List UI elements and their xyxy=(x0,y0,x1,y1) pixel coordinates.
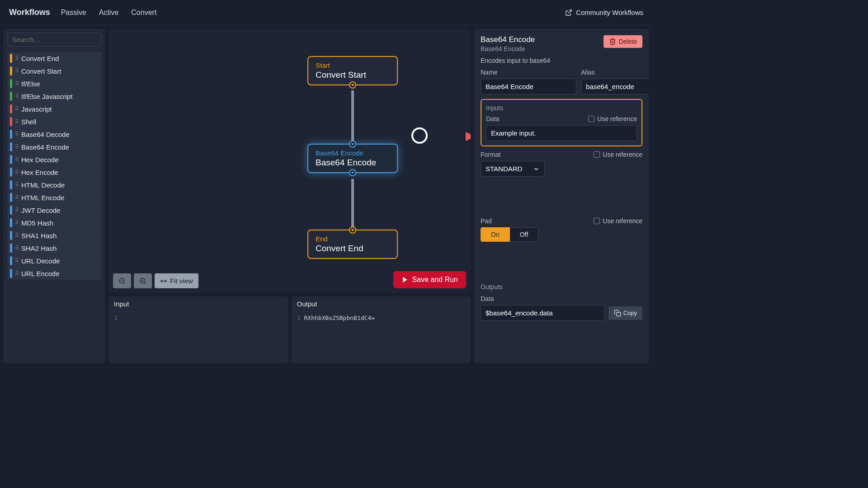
color-bar xyxy=(10,218,12,227)
output-panel: Output 1RXhhbXBsZSBpbnB1dC4= xyxy=(292,296,471,363)
grip-icon: ⠿ xyxy=(15,80,19,87)
color-bar xyxy=(10,155,12,164)
palette-node[interactable]: ⠿ Base64 Encode xyxy=(7,141,101,153)
checkbox-icon xyxy=(588,116,594,122)
palette-node[interactable]: ⠿ Hex Encode xyxy=(7,166,101,178)
format-use-reference[interactable]: Use reference xyxy=(594,151,642,158)
palette-node[interactable]: ⠿ URL Decode xyxy=(7,254,101,267)
name-label: Name xyxy=(481,69,576,76)
format-select[interactable]: STANDARD xyxy=(481,161,545,177)
node-convert-start[interactable]: Start Convert Start xyxy=(307,56,398,85)
palette-node[interactable]: ⠿ MD5 Hash xyxy=(7,216,101,229)
checkbox-icon xyxy=(594,218,600,224)
palette-node-label: HTML Encode xyxy=(21,194,64,202)
color-bar xyxy=(10,231,12,240)
node-base64-encode[interactable]: Base64 Encode Base64 Encode xyxy=(307,144,398,173)
palette-node[interactable]: ⠿ Base64 Decode xyxy=(7,128,101,141)
copy-icon xyxy=(614,310,621,317)
palette-node[interactable]: ⠿ Convert End xyxy=(7,52,101,65)
community-workflows-link[interactable]: Community Workflows xyxy=(565,9,643,16)
input-body[interactable]: 1 xyxy=(108,312,288,363)
output-label: Output xyxy=(292,296,471,312)
svg-line-6 xyxy=(123,282,125,284)
node-convert-end[interactable]: End Convert End xyxy=(307,230,398,259)
nav-passive[interactable]: Passive xyxy=(61,9,86,17)
input-label: Input xyxy=(108,296,288,312)
nav-convert[interactable]: Convert xyxy=(131,9,156,17)
grip-icon: ⠿ xyxy=(15,55,19,61)
port-in[interactable] xyxy=(349,141,356,148)
canvas-toolbar: Fit view xyxy=(113,273,198,288)
edge xyxy=(351,90,354,145)
grip-icon: ⠿ xyxy=(15,258,19,264)
grip-icon: ⠿ xyxy=(15,93,19,99)
chevron-down-icon xyxy=(533,165,540,173)
palette-node[interactable]: ⠿ JWT Decode xyxy=(7,204,101,216)
alias-input[interactable] xyxy=(581,79,649,94)
palette-node-label: URL Encode xyxy=(21,270,60,277)
palette-node[interactable]: ⠿ Hex Decode xyxy=(7,153,101,166)
save-and-run-button[interactable]: Save and Run xyxy=(393,271,466,288)
name-input[interactable] xyxy=(481,79,576,94)
color-bar xyxy=(10,104,12,113)
palette-node[interactable]: ⠿ Javascript xyxy=(7,103,101,115)
color-bar xyxy=(10,142,12,151)
pad-on-button[interactable]: On xyxy=(481,227,510,242)
palette-node-label: Base64 Encode xyxy=(21,143,69,151)
color-bar xyxy=(10,117,12,126)
edge xyxy=(351,179,354,229)
workflow-canvas[interactable]: Start Convert Start Base64 Encode Base64… xyxy=(108,29,471,293)
palette-node-label: JWT Decode xyxy=(21,206,60,214)
palette-node-label: MD5 Hash xyxy=(21,219,53,227)
delete-button[interactable]: Delete xyxy=(604,35,642,48)
props-description: Encodes input to base64 xyxy=(481,57,642,64)
inputs-section: Inputs Data Use reference xyxy=(481,99,642,146)
palette-node[interactable]: ⠿ Shell xyxy=(7,115,101,128)
grip-icon: ⠿ xyxy=(15,131,19,137)
output-data-label: Data xyxy=(481,295,642,302)
svg-marker-4 xyxy=(466,132,471,141)
port-out[interactable] xyxy=(349,81,356,89)
zoom-in-button[interactable] xyxy=(134,273,152,288)
grip-icon: ⠿ xyxy=(15,245,19,251)
fit-view-icon xyxy=(160,277,167,285)
nav-active[interactable]: Active xyxy=(99,9,119,17)
data-input[interactable] xyxy=(486,125,637,141)
search-input[interactable] xyxy=(12,36,98,43)
data-use-reference[interactable]: Use reference xyxy=(588,115,637,122)
port-out[interactable] xyxy=(349,169,356,176)
palette-node-label: Convert End xyxy=(21,55,59,62)
palette-node[interactable]: ⠿ HTML Decode xyxy=(7,178,101,191)
properties-panel: Base64 Encode Base64 Encode Delete Encod… xyxy=(474,29,649,363)
brand[interactable]: Workflows xyxy=(9,8,50,17)
props-subtitle: Base64 Encode xyxy=(481,45,604,52)
grip-icon: ⠿ xyxy=(15,118,19,125)
fit-view-button[interactable]: Fit view xyxy=(155,273,198,288)
palette-node-label: Hex Decode xyxy=(21,156,59,164)
palette-node[interactable]: ⠿ HTML Encode xyxy=(7,191,101,204)
palette-node[interactable]: ⠿ URL Encode xyxy=(7,267,101,280)
trash-icon xyxy=(609,38,616,45)
zoom-out-button[interactable] xyxy=(113,273,131,288)
annotation-arrow xyxy=(427,127,471,145)
palette-node[interactable]: ⠿ SHA1 Hash xyxy=(7,229,101,242)
pad-label: Pad xyxy=(481,217,492,225)
pad-use-reference[interactable]: Use reference xyxy=(594,217,642,225)
grip-icon: ⠿ xyxy=(15,156,19,163)
palette-node[interactable]: ⠿ If/Else Javascript xyxy=(7,90,101,103)
node-palette: ⠿ Convert End ⠿ Convert Start ⠿ If/Else … xyxy=(4,29,105,363)
grip-icon: ⠿ xyxy=(15,68,19,74)
palette-node[interactable]: ⠿ If/Else xyxy=(7,77,101,90)
palette-node[interactable]: ⠿ Convert Start xyxy=(7,65,101,77)
copy-button[interactable]: Copy xyxy=(609,306,642,320)
pad-off-button[interactable]: Off xyxy=(510,227,538,242)
grip-icon: ⠿ xyxy=(15,207,19,213)
zoom-in-icon xyxy=(139,277,146,285)
input-panel: Input 1 xyxy=(108,296,288,363)
palette-node[interactable]: ⠿ SHA2 Hash xyxy=(7,242,101,254)
palette-node-label: If/Else xyxy=(21,80,40,88)
port-in[interactable] xyxy=(349,226,356,234)
color-bar xyxy=(10,79,12,88)
alias-label: Alias xyxy=(581,69,649,76)
data-label: Data xyxy=(486,115,500,122)
